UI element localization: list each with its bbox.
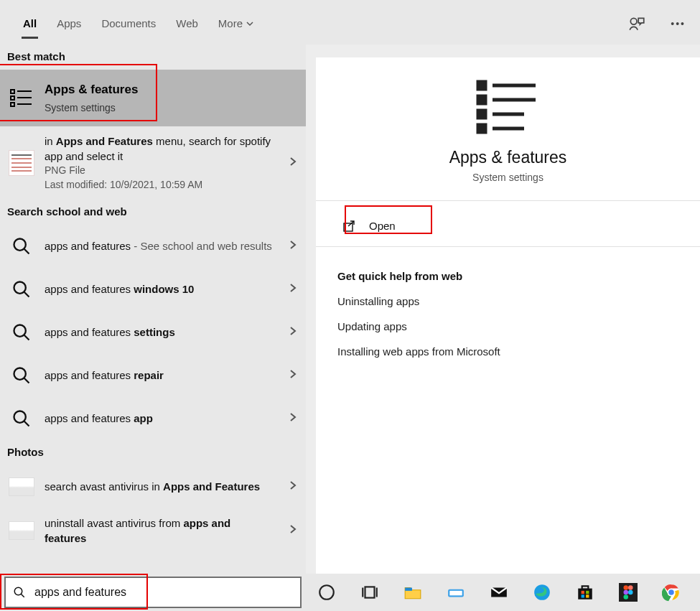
cortana-icon[interactable]: [316, 582, 337, 603]
svg-point-9: [14, 281, 26, 293]
taskbar: [306, 574, 700, 611]
figma-icon[interactable]: [617, 582, 639, 603]
file-result-type: PNG File: [45, 164, 274, 178]
tab-all[interactable]: All: [13, 14, 47, 38]
search-icon: [7, 232, 36, 261]
svg-point-45: [624, 590, 629, 595]
chevron-right-icon[interactable]: [289, 412, 297, 425]
svg-point-35: [534, 584, 550, 600]
photo-result[interactable]: uninstall avast antivirus from apps and …: [0, 508, 306, 553]
help-link[interactable]: Installing web apps from Microsoft: [337, 345, 678, 358]
detail-title: Apps & features: [337, 148, 678, 167]
help-heading: Get quick help from web: [337, 270, 678, 282]
edge-browser-icon[interactable]: [531, 582, 553, 603]
divider: [316, 246, 700, 247]
keyboard-app-icon[interactable]: [445, 582, 467, 603]
svg-point-0: [631, 18, 638, 24]
open-label: Open: [369, 220, 396, 232]
svg-rect-36: [578, 589, 592, 600]
best-match-title: Apps & features: [45, 81, 274, 98]
best-match-subtitle: System settings: [45, 101, 274, 116]
search-icon: [7, 361, 36, 390]
file-explorer-icon[interactable]: [402, 582, 424, 603]
svg-rect-41: [586, 594, 589, 597]
search-bar-wrap: [0, 574, 306, 611]
svg-rect-5: [11, 103, 14, 106]
web-result[interactable]: apps and features app: [0, 397, 306, 440]
svg-point-47: [624, 594, 629, 600]
svg-point-13: [14, 368, 26, 379]
search-icon: [7, 318, 36, 347]
svg-rect-1: [11, 90, 14, 93]
svg-point-7: [14, 238, 26, 250]
svg-line-12: [24, 335, 29, 340]
svg-point-26: [14, 587, 22, 595]
svg-rect-29: [365, 587, 375, 597]
best-match-result[interactable]: Apps & features System settings: [0, 70, 306, 126]
chevron-right-icon[interactable]: [289, 369, 297, 382]
web-result[interactable]: apps and features settings: [0, 311, 306, 354]
apps-features-large-icon: [337, 78, 678, 135]
svg-point-15: [14, 411, 26, 422]
task-view-icon[interactable]: [359, 582, 381, 603]
svg-rect-40: [582, 594, 584, 597]
chevron-down-icon: [246, 19, 254, 28]
svg-rect-34: [449, 591, 462, 596]
search-input[interactable]: [34, 586, 300, 599]
svg-line-16: [24, 421, 29, 426]
open-external-icon: [343, 220, 356, 232]
help-link[interactable]: Uninstalling apps: [337, 295, 678, 307]
tab-more-label: More: [218, 17, 243, 29]
svg-rect-3: [11, 96, 14, 100]
tab-web[interactable]: Web: [166, 14, 208, 38]
photo-result[interactable]: search avast antivirus in Apps and Featu…: [0, 465, 306, 508]
mail-icon[interactable]: [488, 582, 510, 603]
chevron-right-icon[interactable]: [289, 283, 297, 296]
detail-subtitle: System settings: [337, 172, 678, 183]
open-button[interactable]: Open: [337, 210, 414, 242]
svg-line-14: [24, 378, 29, 383]
svg-line-10: [24, 291, 29, 297]
chrome-icon[interactable]: [661, 582, 682, 603]
svg-point-28: [319, 585, 334, 600]
section-search-web: Search school and web: [0, 200, 306, 225]
search-icon: [7, 275, 36, 304]
svg-line-8: [24, 248, 29, 253]
section-best-match: Best match: [0, 45, 306, 70]
tab-more[interactable]: More: [208, 14, 264, 38]
help-link[interactable]: Updating apps: [337, 320, 678, 332]
chevron-right-icon[interactable]: [289, 326, 297, 339]
chevron-right-icon[interactable]: [289, 480, 297, 493]
web-result[interactable]: apps and features - See school and web r…: [0, 225, 306, 268]
microsoft-store-icon[interactable]: [574, 582, 596, 603]
web-result[interactable]: apps and features repair: [0, 354, 306, 397]
chevron-right-icon[interactable]: [289, 524, 297, 537]
svg-line-27: [21, 594, 24, 597]
file-result-line: in Apps and Features menu, search for sp…: [45, 135, 271, 162]
file-result-png[interactable]: in Apps and Features menu, search for sp…: [0, 126, 306, 199]
svg-rect-23: [478, 125, 485, 132]
overflow-menu[interactable]: •••: [665, 14, 691, 34]
chevron-right-icon[interactable]: [289, 240, 297, 253]
svg-rect-21: [478, 111, 485, 118]
svg-rect-38: [582, 591, 584, 594]
photo-thumbnail-icon: [7, 472, 36, 501]
tab-apps[interactable]: Apps: [47, 14, 91, 38]
photo-thumbnail-icon: [7, 516, 36, 545]
svg-point-46: [628, 590, 633, 595]
svg-point-43: [624, 585, 629, 590]
search-box[interactable]: [4, 577, 302, 608]
search-results-panel: Best match Apps & features System settin…: [0, 45, 306, 574]
svg-rect-37: [582, 586, 589, 589]
tab-documents[interactable]: Documents: [91, 14, 166, 38]
feedback-icon[interactable]: [626, 13, 648, 34]
search-icon: [13, 586, 26, 599]
apps-features-icon: [7, 84, 36, 113]
svg-rect-17: [478, 82, 485, 89]
chevron-right-icon[interactable]: [289, 157, 297, 169]
web-result[interactable]: apps and features windows 10: [0, 268, 306, 311]
png-thumbnail-icon: [7, 149, 36, 177]
svg-point-11: [14, 325, 26, 336]
svg-rect-39: [586, 591, 589, 594]
svg-rect-32: [405, 588, 412, 591]
